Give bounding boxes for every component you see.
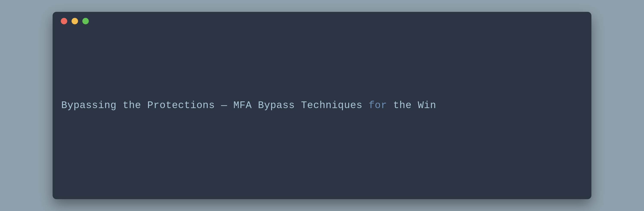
terminal-content: Bypassing the Protections — MFA Bypass T… (52, 30, 592, 199)
terminal-text-segment: the Win (387, 100, 436, 111)
terminal-window: Bypassing the Protections — MFA Bypass T… (52, 12, 592, 199)
close-icon[interactable] (61, 18, 67, 24)
minimize-icon[interactable] (72, 18, 78, 24)
maximize-icon[interactable] (82, 18, 89, 24)
terminal-text-segment: Bypassing the Protections — MFA Bypass T… (61, 100, 368, 111)
window-titlebar (52, 12, 592, 30)
terminal-line: Bypassing the Protections — MFA Bypass T… (61, 100, 436, 111)
terminal-keyword: for (368, 100, 387, 111)
